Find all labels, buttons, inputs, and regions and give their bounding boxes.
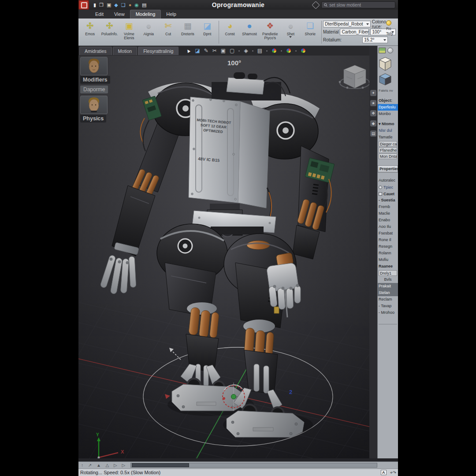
ribbon-button-emos[interactable]: ✣Emos xyxy=(80,20,100,45)
ribbon-button-shamost[interactable]: ●Shamost xyxy=(240,20,259,45)
yellow-orb-icon[interactable] xyxy=(386,20,391,26)
save-icon[interactable]: ▣ xyxy=(107,3,111,7)
range-item[interactable]: Bvls xyxy=(378,276,398,283)
strip-tool-icon[interactable]: ❖ xyxy=(370,110,376,116)
anim-section-header[interactable]: ▾ Ntomo xyxy=(378,121,398,127)
ribbon-button-shet[interactable]: ●Shet xyxy=(281,20,300,45)
select-cursor-icon[interactable]: ▲ xyxy=(185,47,192,54)
strip-tool-icon[interactable]: ◆ xyxy=(370,120,376,126)
property-item[interactable]: Enabo xyxy=(378,217,398,223)
color-wheel-icon[interactable] xyxy=(271,48,277,53)
object-item[interactable]: Monbo xyxy=(378,111,398,117)
textured-cube-icon[interactable] xyxy=(379,73,392,86)
property-item[interactable]: Aoo Ilu xyxy=(378,223,398,230)
radio-option[interactable]: Tpiec xyxy=(378,184,398,190)
compass-icon[interactable] xyxy=(312,1,320,9)
property-item[interactable]: Fsesbat xyxy=(378,230,398,237)
palette-image-icon[interactable] xyxy=(379,48,386,53)
search-input[interactable] xyxy=(329,3,393,7)
range-item-selected[interactable]: Stelan xyxy=(378,290,398,296)
q-section-header[interactable]: - Suestia xyxy=(378,197,398,204)
anim-item[interactable]: Tamatle xyxy=(378,134,398,141)
add-cursor-icon[interactable]: +↷ xyxy=(390,470,396,475)
layers-tool-icon[interactable]: ▤ xyxy=(257,48,262,53)
range-item-selected[interactable]: Prakait xyxy=(378,283,398,290)
viewport-3d[interactable]: ⊕ xyxy=(78,56,369,458)
annotate-icon[interactable]: A xyxy=(381,470,387,475)
color-wheel-icon[interactable] xyxy=(301,48,306,53)
quick-access-toolbar: ▮ ❐ ▣ ◆ ❑ ● ◉ ▤ xyxy=(93,3,146,7)
copy-icon[interactable]: ❐ xyxy=(99,3,104,7)
physics-button[interactable] xyxy=(80,96,108,114)
material-sphere-icon[interactable]: ● xyxy=(129,3,132,7)
ribbon-button-cut[interactable]: ✄Cut xyxy=(158,20,178,45)
property-item[interactable]: Resegn xyxy=(378,243,398,250)
ribbon-button-dpnt[interactable]: ◪Dpnt xyxy=(197,20,217,45)
material-field[interactable]: Carbon_Fiber xyxy=(340,29,369,35)
daporme-button[interactable]: Daporme xyxy=(80,86,108,93)
properties-header[interactable]: Properties xyxy=(378,165,398,173)
ribbon-label: Cut xyxy=(165,32,171,36)
footer-section[interactable]: - Mrohoo xyxy=(378,309,398,316)
scene-icon[interactable]: ▤ xyxy=(142,3,146,7)
object-item-selected[interactable]: Dperfeslu xyxy=(378,104,398,111)
cut-tool-icon[interactable]: ✂ xyxy=(212,48,217,53)
property-item[interactable]: Rone Il xyxy=(378,237,398,243)
ribbon-button-align[interactable]: ●Aignia xyxy=(139,20,158,45)
frame-tool-icon[interactable]: ▢ xyxy=(230,48,234,53)
timeline-slider-handle[interactable] xyxy=(132,463,189,467)
property-item[interactable]: Rolann xyxy=(378,250,398,257)
strip-tool-icon[interactable]: ▤ xyxy=(370,130,376,137)
tab-motion[interactable]: Motion xyxy=(113,47,138,55)
range-item-field[interactable]: Drely1 xyxy=(379,270,397,276)
modifiers-button[interactable] xyxy=(80,57,108,75)
clock-icon[interactable] xyxy=(387,48,393,53)
ribbon-button-shorie[interactable]: ❏Shorie xyxy=(301,20,320,45)
range-item[interactable]: Reclam xyxy=(378,296,398,303)
ribbon-label: Volme Elenis xyxy=(119,32,139,41)
ribbon-button-poluelnfo[interactable]: ✣Poluelnfo. xyxy=(100,20,119,45)
separator-dot xyxy=(238,50,240,52)
property-item[interactable]: Maclie xyxy=(378,210,398,217)
ribbon-label: Shamost xyxy=(242,32,257,36)
app-logo-icon[interactable] xyxy=(78,0,89,10)
checkbox-option[interactable]: Cauet xyxy=(378,190,398,197)
viewport-scene: ⊕ xyxy=(78,56,369,458)
strip-tool-icon[interactable]: ★ xyxy=(370,100,376,106)
view-cube[interactable] xyxy=(339,65,369,89)
ribbon-button-dreteris[interactable]: ▦Dreteris xyxy=(178,20,197,45)
undo-icon[interactable]: ◆ xyxy=(114,3,118,7)
new-file-icon[interactable]: ▮ xyxy=(93,3,96,7)
search-box[interactable] xyxy=(321,1,395,8)
menu-view[interactable]: View xyxy=(109,10,130,19)
tab-animations[interactable]: Amidraties xyxy=(79,47,112,55)
property-item[interactable]: Fremb xyxy=(378,204,398,210)
timeline-track[interactable] xyxy=(130,463,377,468)
ribbon-button-volume-elements[interactable]: ▣Volme Elenis xyxy=(119,20,139,45)
menu-help[interactable]: Help xyxy=(161,10,182,19)
tab-physics[interactable]: Flesyrattralinig xyxy=(138,47,178,55)
color-wheel-icon[interactable] xyxy=(286,48,291,53)
anim-item-field[interactable]: Mon Dnta xyxy=(379,153,397,159)
anim-item[interactable]: Nlsr dul xyxy=(378,127,398,134)
rotation-select[interactable]: 15.2° xyxy=(362,37,388,43)
ribbon-button-particle-physics[interactable]: ❖Pandietie Piyco's xyxy=(259,20,281,45)
render-icon[interactable]: ◉ xyxy=(134,3,139,7)
strip-tool-icon[interactable]: ✦ xyxy=(370,90,376,96)
keyframe-markers[interactable]: ↑ ↗ ▲ △ ▷ ▷ xyxy=(78,463,127,468)
pen-icon[interactable]: ✎ xyxy=(204,48,208,53)
panel-tool-icon[interactable]: ▣ xyxy=(221,48,226,53)
footer-section[interactable]: - Tavap xyxy=(378,303,398,309)
anim-item-field[interactable]: Dieger ca xyxy=(379,141,397,147)
redo-icon[interactable]: ❑ xyxy=(121,3,126,7)
property-item[interactable]: Mofiu xyxy=(378,257,398,263)
checkbox-icon xyxy=(379,192,382,196)
anim-item-field[interactable]: Ffanedhe xyxy=(379,147,397,153)
object-select[interactable]: DterlBipedal_Robot xyxy=(323,21,371,27)
menu-edit[interactable]: Edit xyxy=(90,10,109,19)
ribbon-button-const[interactable]: ◕Const xyxy=(220,20,239,45)
region-icon[interactable]: ◪ xyxy=(195,48,200,53)
material-tool-icon[interactable]: ◈ xyxy=(244,48,248,53)
menu-modeling[interactable]: Modeling xyxy=(130,10,161,19)
geometry-cube-icon[interactable] xyxy=(379,56,392,71)
